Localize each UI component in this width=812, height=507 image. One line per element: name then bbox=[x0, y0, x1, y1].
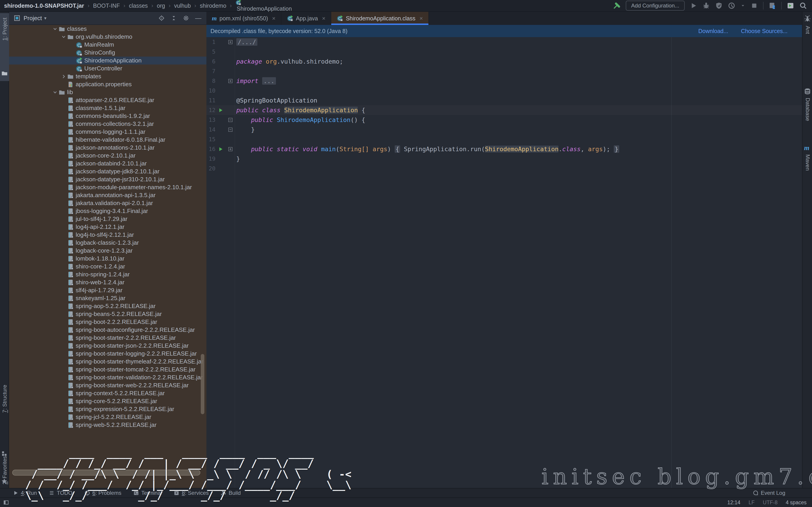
tree-vertical-scrollbar[interactable] bbox=[201, 354, 204, 414]
chevron-expanded-icon[interactable] bbox=[52, 26, 58, 32]
tree-item-jackson-databind-2-10-1-jar[interactable]: jackson-databind-2.10.1.jar bbox=[9, 160, 206, 168]
tree-item-logback-classic-1-2-3-jar[interactable]: logback-classic-1.2.3.jar bbox=[9, 239, 206, 247]
tree-item-usercontroller[interactable]: CUserController bbox=[9, 64, 206, 72]
tree-item-spring-boot-starter-validation-2-2-2-release-jar[interactable]: spring-boot-starter-validation-2.2.2.REL… bbox=[9, 374, 206, 381]
close-icon[interactable]: × bbox=[322, 15, 325, 22]
fold-plus-icon[interactable] bbox=[226, 40, 235, 45]
debug-bug-icon[interactable] bbox=[702, 2, 710, 9]
tree-item-commons-collections-3-2-1-jar[interactable]: commons-collections-3.2.1.jar bbox=[9, 120, 206, 128]
collapse-all-icon[interactable] bbox=[170, 15, 177, 21]
chevron-expanded-icon[interactable] bbox=[60, 34, 67, 40]
project-structure-icon[interactable] bbox=[768, 2, 776, 9]
indent-indicator[interactable]: 4 spaces bbox=[786, 500, 807, 506]
tree-item-slf4j-api-1-7-29-jar[interactable]: slf4j-api-1.7.29.jar bbox=[9, 286, 206, 294]
hide-panel-icon[interactable]: — bbox=[195, 14, 201, 22]
breadcrumb-item[interactable]: vulhub bbox=[174, 2, 191, 9]
tree-item-spring-boot-autoconfigure-2-2-2-release-jar[interactable]: spring-boot-autoconfigure-2.2.2.RELEASE.… bbox=[9, 326, 206, 334]
tree-item-org-vulhub-shirodemo[interactable]: org.vulhub.shirodemo bbox=[9, 33, 206, 41]
chevron-down-icon[interactable] bbox=[741, 3, 745, 8]
tree-item-jackson-core-2-10-1-jar[interactable]: jackson-core-2.10.1.jar bbox=[9, 152, 206, 160]
tab-shirodemoapplication-class[interactable]: CShirodemoApplication.class× bbox=[331, 12, 429, 25]
tree-item-classes[interactable]: classes bbox=[9, 25, 206, 33]
tree-item-classmate-1-5-1-jar[interactable]: classmate-1.5.1.jar bbox=[9, 104, 206, 112]
tree-item-spring-expression-5-2-2-release-jar[interactable]: spring-expression-5.2.2.RELEASE.jar bbox=[9, 405, 206, 413]
tree-item-lib[interactable]: lib bbox=[9, 88, 206, 96]
fold-minus-icon[interactable] bbox=[226, 117, 235, 122]
tree-item-hibernate-validator-6-0-18-final-jar[interactable]: hibernate-validator-6.0.18.Final.jar bbox=[9, 136, 206, 144]
sidebar-tab-project[interactable]: 1: Project bbox=[0, 13, 9, 81]
tree-item-shiro-core-1-2-4-jar[interactable]: shiro-core-1.2.4.jar bbox=[9, 263, 206, 271]
stop-icon[interactable] bbox=[750, 2, 758, 9]
locate-icon[interactable] bbox=[158, 15, 165, 21]
tree-item-templates[interactable]: templates bbox=[9, 72, 206, 80]
tree-item-spring-jcl-5-2-2-release-jar[interactable]: spring-jcl-5.2.2.RELEASE.jar bbox=[9, 413, 206, 421]
code-editor[interactable]: 1/.../56package org.vulhub.shirodemo;78i… bbox=[206, 37, 802, 488]
tree-item-spring-context-5-2-2-release-jar[interactable]: spring-context-5.2.2.RELEASE.jar bbox=[9, 389, 206, 397]
tree-item-jboss-logging-3-4-1-final-jar[interactable]: jboss-logging-3.4.1.Final.jar bbox=[9, 207, 206, 215]
tree-item-spring-boot-starter-json-2-2-2-release-jar[interactable]: spring-boot-starter-json-2.2.2.RELEASE.j… bbox=[9, 342, 206, 350]
fold-plus-icon[interactable] bbox=[226, 147, 235, 152]
tree-item-spring-boot-2-2-2-release-jar[interactable]: spring-boot-2.2.2.RELEASE.jar bbox=[9, 318, 206, 326]
tree-item-spring-boot-starter-tomcat-2-2-2-release-jar[interactable]: spring-boot-starter-tomcat-2.2.2.RELEASE… bbox=[9, 365, 206, 374]
tree-item-spring-aop-5-2-2-release-jar[interactable]: spring-aop-5.2.2.RELEASE.jar bbox=[9, 302, 206, 310]
tree-item-log4j-api-2-12-1-jar[interactable]: log4j-api-2.12.1.jar bbox=[9, 223, 206, 231]
tree-item-jul-to-slf4j-1-7-29-jar[interactable]: jul-to-slf4j-1.7.29.jar bbox=[9, 215, 206, 223]
encoding-indicator[interactable]: UTF-8 bbox=[763, 500, 777, 506]
banner-link-choose-sources-[interactable]: Choose Sources... bbox=[741, 28, 788, 35]
tree-item-mainrealm[interactable]: CMainRealm bbox=[9, 41, 206, 49]
breadcrumb-item[interactable]: shirodemo bbox=[200, 2, 226, 9]
tree-item-application-properties[interactable]: application.properties bbox=[9, 80, 206, 88]
tree-item-lombok-1-18-10-jar[interactable]: lombok-1.18.10.jar bbox=[9, 255, 206, 263]
breadcrumb-item[interactable]: BOOT-INF bbox=[93, 2, 120, 9]
tree-item-spring-boot-starter-web-2-2-2-release-jar[interactable]: spring-boot-starter-web-2.2.2.RELEASE.ja… bbox=[9, 381, 206, 389]
fold-plus-icon[interactable] bbox=[226, 78, 235, 83]
tree-item-log4j-to-slf4j-2-12-1-jar[interactable]: log4j-to-slf4j-2.12.1.jar bbox=[9, 231, 206, 239]
tree-item-shiro-web-1-2-4-jar[interactable]: shiro-web-1.2.4.jar bbox=[9, 278, 206, 286]
line-ending-indicator[interactable]: LF bbox=[749, 500, 755, 506]
run-gutter-icon[interactable] bbox=[215, 108, 226, 113]
tree-item-spring-boot-starter-2-2-2-release-jar[interactable]: spring-boot-starter-2.2.2.RELEASE.jar bbox=[9, 334, 206, 342]
breadcrumb-item[interactable]: CShirodemoApplication bbox=[236, 0, 292, 12]
profiler-clock-icon[interactable] bbox=[728, 2, 735, 9]
breadcrumb-item[interactable]: classes bbox=[129, 2, 148, 9]
chevron-collapsed-icon[interactable] bbox=[60, 74, 67, 79]
event-log-button[interactable]: Event Log bbox=[753, 490, 812, 496]
tree-item-jackson-datatype-jsr310-2-10-1-jar[interactable]: jackson-datatype-jsr310-2.10.1.jar bbox=[9, 175, 206, 183]
coverage-shield-icon[interactable] bbox=[715, 2, 723, 9]
play-icon[interactable] bbox=[690, 2, 697, 9]
tree-item-attoparser-2-0-5-release-jar[interactable]: attoparser-2.0.5.RELEASE.jar bbox=[9, 96, 206, 104]
tree-item-jakarta-annotation-api-1-3-5-jar[interactable]: jakarta.annotation-api-1.3.5.jar bbox=[9, 191, 206, 199]
tree-item-jakarta-validation-api-2-0-1-jar[interactable]: jakarta.validation-api-2.0.1.jar bbox=[9, 199, 206, 207]
close-icon[interactable]: × bbox=[272, 15, 275, 22]
close-icon[interactable]: × bbox=[420, 15, 423, 22]
chevron-expanded-icon[interactable] bbox=[52, 90, 58, 95]
fold-minus-icon[interactable] bbox=[226, 127, 235, 132]
caret-position[interactable]: 12:14 bbox=[727, 500, 741, 506]
tree-item-spring-boot-starter-thymeleaf-2-2-2-release-jar[interactable]: spring-boot-starter-thymeleaf-2.2.2.RELE… bbox=[9, 357, 206, 365]
tree-item-jackson-datatype-jdk8-2-10-1-jar[interactable]: jackson-datatype-jdk8-2.10.1.jar bbox=[9, 168, 206, 175]
tab-pom-xml-shiro550-[interactable]: mpom.xml (shiro550)× bbox=[206, 12, 282, 25]
run-anything-icon[interactable] bbox=[786, 2, 794, 9]
search-icon[interactable] bbox=[799, 2, 807, 9]
tree-item-commons-beanutils-1-9-2-jar[interactable]: commons-beanutils-1.9.2.jar bbox=[9, 112, 206, 120]
breadcrumb-item[interactable]: org bbox=[157, 2, 165, 9]
tree-item-snakeyaml-1-25-jar[interactable]: snakeyaml-1.25.jar bbox=[9, 294, 206, 302]
gear-icon[interactable] bbox=[183, 15, 189, 21]
tree-item-shiroconfig[interactable]: CShiroConfig bbox=[9, 49, 206, 57]
build-hammer-green-icon[interactable] bbox=[613, 2, 621, 9]
tree-item-spring-web-5-2-2-release-jar[interactable]: spring-web-5.2.2.RELEASE.jar bbox=[9, 421, 206, 429]
tree-item-spring-core-5-2-2-release-jar[interactable]: spring-core-5.2.2.RELEASE.jar bbox=[9, 397, 206, 405]
tree-item-commons-logging-1-1-1-jar[interactable]: commons-logging-1.1.1.jar bbox=[9, 128, 206, 136]
chevron-down-icon[interactable]: ▾ bbox=[44, 15, 46, 21]
tree-item-shiro-spring-1-2-4-jar[interactable]: shiro-spring-1.2.4.jar bbox=[9, 271, 206, 278]
tree-item-spring-boot-starter-logging-2-2-2-release-jar[interactable]: spring-boot-starter-logging-2.2.2.RELEAS… bbox=[9, 350, 206, 357]
breadcrumb-item[interactable]: shirodemo-1.0-SNAPSHOT.jar bbox=[4, 2, 84, 9]
tree-item-shirodemoapplication[interactable]: CShirodemoApplication bbox=[9, 57, 206, 64]
banner-link-download-[interactable]: Download... bbox=[698, 28, 728, 35]
tree-item-jackson-annotations-2-10-1-jar[interactable]: jackson-annotations-2.10.1.jar bbox=[9, 144, 206, 152]
tree-item-logback-core-1-2-3-jar[interactable]: logback-core-1.2.3.jar bbox=[9, 247, 206, 255]
tree-item-spring-beans-5-2-2-release-jar[interactable]: spring-beans-5.2.2.RELEASE.jar bbox=[9, 310, 206, 318]
tab-app-java[interactable]: CApp.java× bbox=[282, 12, 331, 25]
add-configuration-button[interactable]: Add Configuration... bbox=[626, 1, 685, 11]
tree-item-jackson-module-parameter-names-2-10-1-jar[interactable]: jackson-module-parameter-names-2.10.1.ja… bbox=[9, 183, 206, 191]
